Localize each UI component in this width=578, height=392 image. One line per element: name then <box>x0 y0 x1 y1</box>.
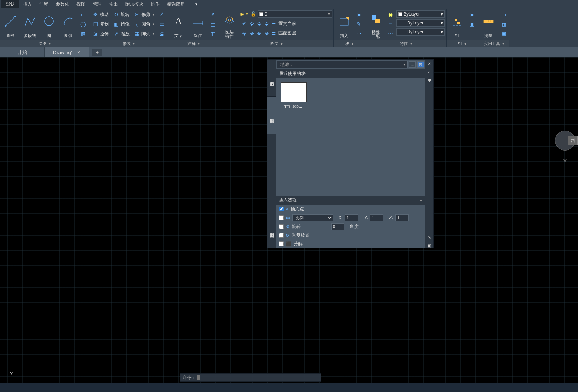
mirror-button[interactable]: ◧镜像 <box>112 20 131 28</box>
modify-extra-2[interactable]: ▭ <box>157 20 166 28</box>
menu-parametric[interactable]: 参数化 <box>52 0 73 8</box>
menu-insert[interactable]: 插入 <box>19 0 36 8</box>
explode-checkbox[interactable] <box>279 241 284 246</box>
chevron-down-icon[interactable] <box>409 41 412 46</box>
dock-icon[interactable]: ⤡ <box>427 235 432 240</box>
layer-state-icon-3[interactable]: 🔓 <box>251 11 256 17</box>
prop-ext-1[interactable]: ◉ <box>386 10 395 19</box>
menu-collab[interactable]: 协作 <box>147 0 163 8</box>
line-label: 直线 <box>6 33 14 39</box>
block-ext-1[interactable]: ▣ <box>355 10 363 19</box>
add-tab-button[interactable]: + <box>92 49 102 56</box>
menu-output[interactable]: 输出 <box>105 0 122 8</box>
viewcube-face-west[interactable]: 西 <box>568 136 578 145</box>
polyline-button[interactable]: 多段线 <box>21 9 39 39</box>
group-button[interactable]: 组 <box>448 9 466 39</box>
scale-x-input[interactable] <box>345 214 358 221</box>
settings-icon[interactable]: ✲ <box>427 78 432 83</box>
insert-block-button[interactable]: 插入 <box>335 9 353 39</box>
tab-start[interactable]: 开始 <box>0 47 45 57</box>
thumbnail-view-button[interactable]: 🖼 <box>417 61 424 68</box>
anno-ext-2[interactable]: ▤ <box>208 20 217 28</box>
anno-ext-1[interactable]: ↗ <box>208 10 217 19</box>
layer-state-icon-2[interactable]: ☀ <box>245 11 249 17</box>
close-icon[interactable]: ✕ <box>427 61 432 66</box>
scale-checkbox[interactable] <box>279 215 284 220</box>
menu-addins[interactable]: 附加模块 <box>122 0 147 8</box>
set-current-layer-button[interactable]: ✔ ⬙ ⬙ ⬙ ≣ 置为当前 <box>240 19 332 27</box>
block-item[interactable]: *rm_sdb.... <box>280 82 307 109</box>
util-ext-1[interactable]: ▭ <box>499 10 508 19</box>
stretch-button[interactable]: ⇲拉伸 <box>91 30 110 38</box>
anno-ext-3[interactable]: ▥ <box>208 30 217 38</box>
extra-draw-3[interactable]: ▨ <box>79 30 88 38</box>
chevron-down-icon[interactable] <box>132 41 135 46</box>
block-ext-3[interactable]: ⋯ <box>355 30 363 38</box>
vtab-current-drawing[interactable]: 当前图形 <box>267 60 276 97</box>
lineweight-dropdown[interactable]: ByLayer▾ <box>396 19 445 27</box>
layer-state-icon-1[interactable]: ◉ <box>240 11 244 17</box>
extra-draw-1[interactable]: ▭ <box>79 10 88 19</box>
match-properties-button[interactable]: 特性 匹配 <box>367 9 385 39</box>
menu-view[interactable]: 视图 <box>73 0 89 8</box>
command-line[interactable]: 命令： <box>180 373 321 382</box>
chevron-down-icon[interactable] <box>280 41 283 46</box>
viewcube-ring[interactable]: 西 <box>555 131 575 151</box>
copy-button[interactable]: ❐复制 <box>91 20 110 28</box>
measure-button[interactable]: 测量 <box>480 9 497 39</box>
layer-properties-button[interactable]: 图层 特性 <box>221 9 238 39</box>
vtab-other-drawing[interactable]: 其他图形 <box>267 211 276 248</box>
chevron-down-icon[interactable] <box>502 41 504 46</box>
group-ext-2[interactable]: ▣ <box>467 20 476 28</box>
modify-extra-3[interactable]: ⊆ <box>157 30 166 38</box>
menu-featured[interactable]: 精选应用 <box>163 0 189 8</box>
layer-dropdown[interactable]: 0 ▾ <box>258 10 332 18</box>
util-ext-3[interactable]: ▣ <box>499 30 508 38</box>
viewcube[interactable]: 西 W <box>552 124 578 169</box>
group-ext-1[interactable]: ▣ <box>467 10 476 19</box>
match-layer-button[interactable]: ⬙ ⬙ ⬙ ⬙ ≣ 匹配图层 <box>240 29 332 37</box>
fillet-button[interactable]: ◟圆角▾ <box>133 20 156 28</box>
collapse-icon[interactable]: ⇤ <box>427 69 432 75</box>
scale-y-input[interactable] <box>370 214 383 221</box>
anchor-icon[interactable]: ▣ <box>427 243 432 248</box>
prop-ext-2[interactable]: ≡ <box>386 20 395 28</box>
menu-overflow[interactable]: ▢▾ <box>192 2 197 7</box>
color-dropdown[interactable]: ByLayer▾ <box>396 10 445 18</box>
insert-options-header[interactable]: 插入选项 ▾ <box>276 196 425 204</box>
scale-mode-dropdown[interactable]: 比例 <box>292 214 333 221</box>
insertion-point-checkbox[interactable] <box>279 207 284 211</box>
line-button[interactable]: 直线 <box>1 9 19 39</box>
text-button[interactable]: A 文字 <box>170 9 187 39</box>
chevron-down-icon[interactable] <box>351 41 353 46</box>
menu-manage[interactable]: 管理 <box>89 0 105 8</box>
prop-ext-3[interactable]: ⋯ <box>386 30 395 38</box>
rotate-button[interactable]: ↻旋转 <box>112 10 131 19</box>
menu-default[interactable]: 默认 <box>1 0 19 8</box>
tab-drawing1[interactable]: Drawing1 × <box>45 47 89 57</box>
rotation-checkbox[interactable] <box>279 224 284 229</box>
arc-button[interactable]: 圆弧 <box>59 9 77 39</box>
block-ext-2[interactable]: ✎ <box>355 20 363 28</box>
vtab-recent[interactable]: 最近使用 <box>267 97 276 134</box>
extra-draw-2[interactable]: ◯ <box>79 20 88 28</box>
trim-button[interactable]: ✂修剪▾ <box>133 10 156 19</box>
util-ext-2[interactable]: ▦ <box>499 20 508 28</box>
repeat-checkbox[interactable] <box>279 233 284 238</box>
circle-button[interactable]: 圆 <box>40 9 58 39</box>
close-icon[interactable]: × <box>77 49 80 55</box>
dimension-button[interactable]: 标注 <box>189 9 207 39</box>
linetype-dropdown[interactable]: ByLayer▾ <box>396 28 445 36</box>
rotation-input[interactable] <box>331 223 344 230</box>
filter-input[interactable]: 过滤... ▾ <box>277 61 408 68</box>
scale-button[interactable]: ⤢缩放 <box>112 30 131 38</box>
chevron-down-icon[interactable] <box>197 41 200 46</box>
browse-button[interactable]: … <box>409 61 416 68</box>
chevron-down-icon[interactable] <box>464 41 466 46</box>
array-button[interactable]: ▦阵列▾ <box>133 30 156 38</box>
scale-z-input[interactable] <box>395 214 409 221</box>
modify-extra-1[interactable]: ∠ <box>157 10 166 19</box>
move-button[interactable]: ✥移动 <box>91 10 110 19</box>
menu-annotate[interactable]: 注释 <box>36 0 52 8</box>
chevron-down-icon[interactable] <box>48 41 51 46</box>
